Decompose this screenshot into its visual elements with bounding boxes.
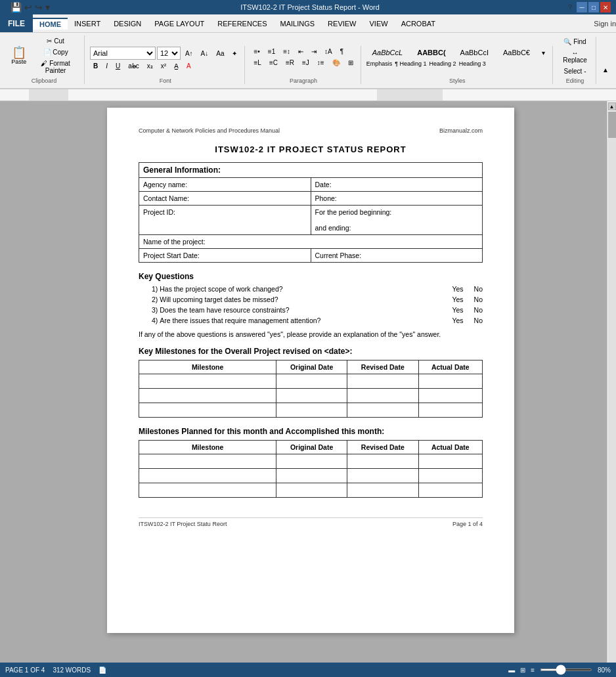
scroll-up-button[interactable]: ▲ bbox=[608, 102, 616, 110]
q1-num: 1) bbox=[152, 285, 158, 293]
svg-rect-2 bbox=[377, 89, 443, 100]
save-button[interactable]: 💾 bbox=[11, 2, 22, 12]
m1-col-actual: Actual Date bbox=[418, 360, 482, 374]
text-highlight-button[interactable]: A̲ bbox=[171, 61, 182, 71]
grow-font-button[interactable]: A↑ bbox=[182, 49, 196, 58]
project-start-label: Project Start Date: bbox=[139, 249, 311, 263]
superscript-button[interactable]: x² bbox=[158, 61, 169, 71]
zoom-slider[interactable] bbox=[540, 668, 592, 671]
header-right: Bizmanualz.com bbox=[439, 127, 483, 134]
layout-print-button[interactable]: ▬ bbox=[508, 666, 515, 674]
sign-in-link[interactable]: Sign in bbox=[594, 20, 616, 28]
font-size-select[interactable]: 12 bbox=[157, 47, 181, 60]
bullets-button[interactable]: ≡• bbox=[250, 47, 263, 56]
right-scrollbar[interactable]: ▲ ▼ bbox=[607, 101, 616, 676]
editing-label: Editing bbox=[558, 76, 592, 84]
m1-r1-actual bbox=[418, 374, 482, 388]
style-heading3[interactable]: AaBbC€ bbox=[497, 47, 536, 58]
copy-button[interactable]: 📄 Copy bbox=[31, 47, 80, 57]
heading1-label: ¶ Heading 1 bbox=[395, 60, 426, 67]
shrink-font-button[interactable]: A↓ bbox=[198, 49, 212, 58]
tab-references[interactable]: REFERENCES bbox=[211, 17, 273, 30]
show-hide-button[interactable]: ¶ bbox=[337, 47, 347, 56]
select-button[interactable]: Select - bbox=[558, 66, 592, 76]
customize-button[interactable]: ▾ bbox=[45, 2, 50, 12]
milestones2-title: Milestones Planned for this month and Ac… bbox=[139, 427, 483, 436]
paragraph-label: Paragraph bbox=[250, 76, 356, 84]
style-heading1[interactable]: AABBC( bbox=[411, 47, 451, 58]
change-case-button[interactable]: Aa bbox=[213, 49, 227, 58]
undo-button[interactable]: ↩ bbox=[24, 2, 32, 12]
page-footer: ITSW102-2 IT Project Statu Reort Page 1 … bbox=[139, 517, 483, 527]
tab-review[interactable]: REVIEW bbox=[321, 17, 363, 30]
tab-mailings[interactable]: MAILINGS bbox=[274, 17, 322, 30]
cut-button[interactable]: ✂ Cut bbox=[31, 36, 80, 46]
font-name-select[interactable]: Arial bbox=[90, 47, 156, 60]
maximize-button[interactable]: □ bbox=[588, 2, 599, 12]
layout-outline-button[interactable]: ≡ bbox=[531, 666, 535, 674]
document-icon: 📄 bbox=[99, 666, 106, 674]
tab-view[interactable]: VIEW bbox=[363, 17, 395, 30]
q1-text: Has the project scope of work changed? bbox=[160, 285, 447, 293]
styles-more-button[interactable]: ▾ bbox=[539, 48, 548, 58]
subscript-button[interactable]: x₂ bbox=[144, 61, 156, 71]
style-heading2[interactable]: AaBbCcI bbox=[454, 47, 495, 58]
help-button[interactable]: ? bbox=[565, 2, 575, 12]
underline-button[interactable]: U bbox=[112, 61, 123, 71]
borders-button[interactable]: ⊞ bbox=[345, 58, 357, 68]
line-spacing-button[interactable]: ↕≡ bbox=[314, 58, 328, 68]
align-center-button[interactable]: ≡C bbox=[266, 58, 281, 68]
clipboard-sub: ✂ Cut 📄 Copy 🖌 Format Painter bbox=[31, 36, 80, 76]
file-menu[interactable]: FILE bbox=[0, 14, 33, 32]
scroll-thumb-handle[interactable] bbox=[608, 112, 616, 138]
phone-label: Phone: bbox=[311, 192, 483, 206]
app-body: Computer & Network Policies and Procedur… bbox=[0, 101, 616, 676]
milestones2-table: Milestone Original Date Revised Date Act… bbox=[139, 440, 483, 498]
format-painter-button[interactable]: 🖌 Format Painter bbox=[31, 58, 80, 76]
font-color-button[interactable]: A bbox=[183, 61, 194, 71]
q2-yes-no: Yes No bbox=[452, 295, 483, 303]
status-bar: PAGE 1 OF 4 312 WORDS 📄 ▬ ⊞ ≡ 80% bbox=[0, 663, 616, 676]
page-header: Computer & Network Policies and Procedur… bbox=[139, 127, 483, 134]
tab-home[interactable]: HOME bbox=[33, 18, 68, 30]
m2-row-3 bbox=[139, 483, 483, 497]
q2-text: Will upcoming target dates be missed? bbox=[160, 295, 447, 303]
italic-button[interactable]: I bbox=[102, 61, 111, 71]
footer-right: Page 1 of 4 bbox=[452, 521, 483, 527]
q2-no: No bbox=[474, 295, 483, 303]
bold-button[interactable]: B bbox=[90, 61, 101, 71]
m1-r1-original bbox=[276, 374, 347, 388]
minimize-button[interactable]: ─ bbox=[577, 2, 587, 12]
paste-button[interactable]: 📋 Paste bbox=[8, 45, 30, 67]
para-row2: ≡L ≡C ≡R ≡J ↕≡ 🎨 ⊞ bbox=[250, 58, 356, 68]
tab-container: HOME INSERT DESIGN PAGE LAYOUT REFERENCE… bbox=[33, 17, 442, 30]
tab-design[interactable]: DESIGN bbox=[107, 17, 148, 30]
layout-web-button[interactable]: ⊞ bbox=[520, 666, 525, 674]
replace-button[interactable]: ↔ Replace bbox=[558, 48, 592, 65]
tab-acrobat[interactable]: ACROBAT bbox=[395, 17, 442, 30]
find-button[interactable]: 🔍 Find bbox=[558, 37, 592, 47]
q3-num: 3) bbox=[152, 306, 158, 314]
strikethrough-button[interactable]: ab̶c bbox=[125, 61, 143, 71]
tab-insert[interactable]: INSERT bbox=[68, 17, 107, 30]
ruler-area bbox=[29, 89, 616, 100]
close-button[interactable]: ✕ bbox=[600, 2, 611, 12]
sort-button[interactable]: ↕A bbox=[321, 47, 336, 56]
multilevel-button[interactable]: ≡↕ bbox=[280, 47, 294, 56]
shading-button[interactable]: 🎨 bbox=[329, 58, 343, 68]
redo-button[interactable]: ↪ bbox=[35, 2, 43, 12]
align-right-button[interactable]: ≡R bbox=[282, 58, 297, 68]
numbering-button[interactable]: ≡1 bbox=[265, 47, 278, 56]
increase-indent-button[interactable]: ⇥ bbox=[308, 47, 320, 56]
style-emphasis[interactable]: AaBbCcL bbox=[366, 47, 408, 58]
period-label: For the period beginning:and ending: bbox=[311, 206, 483, 235]
decrease-indent-button[interactable]: ⇤ bbox=[295, 47, 307, 56]
clear-format-button[interactable]: ✦ bbox=[229, 49, 240, 58]
scroll-area[interactable]: Computer & Network Policies and Procedur… bbox=[14, 101, 607, 676]
justify-button[interactable]: ≡J bbox=[299, 58, 313, 68]
m1-row-3 bbox=[139, 403, 483, 417]
collapse-ribbon-button[interactable]: ▲ bbox=[599, 65, 612, 75]
align-left-button[interactable]: ≡L bbox=[250, 58, 264, 68]
explanation-text: If any of the above questions is answere… bbox=[139, 330, 483, 340]
tab-page-layout[interactable]: PAGE LAYOUT bbox=[148, 17, 211, 30]
